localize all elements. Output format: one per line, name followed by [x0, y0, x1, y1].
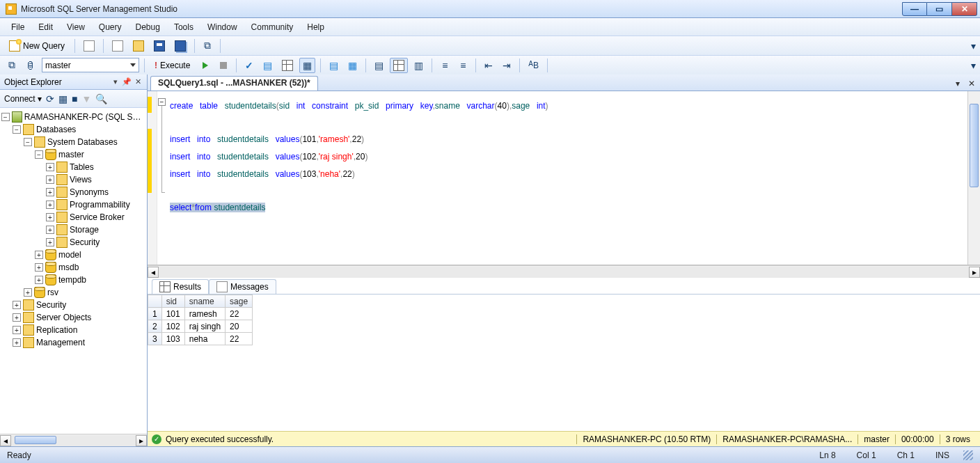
- tree-expander[interactable]: +: [13, 326, 21, 334]
- tree-db-rsv[interactable]: +rsv: [1, 286, 145, 299]
- tree-expander[interactable]: +: [46, 226, 54, 234]
- tree-expander[interactable]: −: [1, 113, 10, 121]
- outlining-margin[interactable]: −: [157, 91, 167, 265]
- tree-expander[interactable]: +: [46, 213, 54, 221]
- tree-expander[interactable]: +: [13, 338, 21, 347]
- pin-icon[interactable]: 📌: [122, 77, 132, 87]
- tree-db-msdb[interactable]: +msdb: [1, 261, 145, 274]
- close-icon[interactable]: ✕: [133, 77, 143, 87]
- menu-view[interactable]: View: [61, 20, 90, 34]
- grid-cell-sid[interactable]: 101: [161, 308, 184, 320]
- tree-server-management[interactable]: +Management: [1, 336, 145, 349]
- results-text-button[interactable]: ▤: [371, 58, 387, 73]
- grid-cell-sage[interactable]: 22: [226, 333, 253, 345]
- refresh-icon[interactable]: ⟳: [46, 93, 54, 104]
- collapse-toggle[interactable]: −: [158, 98, 166, 106]
- object-explorer-hscroll[interactable]: ◂ ▸: [0, 434, 147, 446]
- tree-expander[interactable]: +: [35, 251, 43, 259]
- results-file-button[interactable]: ▥: [411, 58, 427, 73]
- grid-col-sid[interactable]: sid: [161, 295, 184, 308]
- table-row[interactable]: 2102raj singh20: [148, 320, 253, 333]
- comment-button[interactable]: ≡: [437, 58, 452, 73]
- tree-expander[interactable]: +: [46, 175, 54, 184]
- grid-cell-sname[interactable]: neha: [184, 333, 225, 345]
- tree-expander[interactable]: +: [46, 238, 54, 246]
- include-actual-plan-button[interactable]: ▤: [326, 58, 342, 73]
- change-connection-button[interactable]: 🛢: [22, 58, 39, 73]
- results-grid-container[interactable]: sidsnamesage1101ramesh222102raj singh203…: [148, 295, 980, 431]
- tree-databases[interactable]: −Databases: [1, 123, 145, 136]
- uncomment-button[interactable]: ≡: [455, 58, 471, 73]
- new-query-button[interactable]: New Query: [4, 38, 70, 54]
- tree-server-replication[interactable]: +Replication: [1, 324, 145, 336]
- debug-button[interactable]: [198, 58, 213, 73]
- grid-cell-sname[interactable]: ramesh: [184, 308, 225, 320]
- decrease-indent-button[interactable]: ⇤: [481, 58, 496, 73]
- stop-icon[interactable]: ■: [72, 93, 77, 104]
- sql-editor[interactable]: create table studentdetails(sid int cons…: [167, 91, 967, 265]
- tree-master-synonyms[interactable]: +Synonyms: [1, 186, 145, 198]
- grid-cell-sage[interactable]: 20: [226, 320, 253, 333]
- scroll-left-arrow[interactable]: ◂: [148, 267, 159, 278]
- grid-col-sage[interactable]: sage: [226, 295, 253, 308]
- tree-master-programmability[interactable]: +Programmability: [1, 198, 145, 211]
- intellisense-button[interactable]: ▦: [299, 58, 315, 73]
- menu-community[interactable]: Community: [246, 20, 299, 34]
- increase-indent-button[interactable]: ⇥: [499, 58, 514, 73]
- menu-window[interactable]: Window: [202, 20, 243, 34]
- tree-master-security[interactable]: +Security: [1, 236, 145, 249]
- execute-button[interactable]: ! Execute: [150, 58, 195, 73]
- menu-debug[interactable]: Debug: [130, 20, 166, 34]
- save-button[interactable]: [150, 38, 168, 54]
- new-file-button[interactable]: [109, 38, 127, 54]
- grid-cell-sid[interactable]: 102: [161, 320, 184, 333]
- tree-server-server-objects[interactable]: +Server Objects: [1, 311, 145, 324]
- tree-expander[interactable]: +: [24, 288, 32, 297]
- editor-hscroll[interactable]: ◂ ▸: [148, 265, 980, 278]
- grid-rownum[interactable]: 3: [148, 333, 162, 345]
- tree-expander[interactable]: +: [35, 276, 43, 284]
- close-button[interactable]: ✕: [952, 2, 977, 16]
- save-all-button[interactable]: [171, 38, 189, 54]
- include-statistics-button[interactable]: ▦: [345, 58, 361, 73]
- activity-monitor-button[interactable]: ⧉: [200, 38, 215, 54]
- tree-master-tables[interactable]: +Tables: [1, 161, 145, 173]
- dropdown-icon[interactable]: ▾: [111, 77, 120, 87]
- results-grid[interactable]: sidsnamesage1101ramesh222102raj singh203…: [148, 295, 253, 345]
- document-tab[interactable]: SQLQuery1.sql - ...MASHANKER (52))*: [150, 76, 318, 91]
- scroll-right-arrow[interactable]: ▸: [136, 435, 147, 446]
- new-database-engine-query-button[interactable]: [80, 38, 98, 54]
- search-icon[interactable]: 🔍: [95, 93, 107, 104]
- tree-expander[interactable]: +: [46, 201, 54, 209]
- specify-values-button[interactable]: AB: [525, 58, 542, 73]
- tree-expander[interactable]: +: [13, 301, 21, 309]
- tree-db-tempdb[interactable]: +tempdb: [1, 274, 145, 286]
- scroll-left-arrow[interactable]: ◂: [0, 435, 11, 446]
- tree-db-model[interactable]: +model: [1, 249, 145, 261]
- menu-help[interactable]: Help: [301, 20, 330, 34]
- filter-icon[interactable]: ▼: [82, 93, 92, 104]
- available-databases-combo[interactable]: master: [42, 58, 139, 72]
- disconnect-icon[interactable]: ▦: [58, 93, 68, 104]
- tree-db-master[interactable]: −master: [1, 148, 145, 161]
- tree-server-security[interactable]: +Security: [1, 299, 145, 311]
- grid-corner[interactable]: [148, 295, 162, 308]
- registered-servers-button[interactable]: ⧉: [4, 58, 19, 73]
- grid-cell-sid[interactable]: 103: [161, 333, 184, 345]
- tree-master-storage[interactable]: +Storage: [1, 223, 145, 236]
- grid-rownum[interactable]: 2: [148, 320, 162, 333]
- table-row[interactable]: 3103neha22: [148, 333, 253, 345]
- tree-master-service-broker[interactable]: +Service Broker: [1, 211, 145, 223]
- close-document-button[interactable]: ✕: [966, 78, 977, 89]
- tree-master-views[interactable]: +Views: [1, 173, 145, 186]
- toolbar-overflow-icon[interactable]: ▾: [971, 60, 976, 71]
- results-tab[interactable]: Results: [152, 279, 209, 294]
- table-row[interactable]: 1101ramesh22: [148, 308, 253, 320]
- object-explorer-tree[interactable]: −RAMASHANKER-PC (SQL Server−Databases−Sy…: [0, 108, 147, 434]
- toolbar-overflow-icon[interactable]: ▾: [971, 40, 976, 52]
- connect-button[interactable]: Connect ▾: [4, 94, 42, 104]
- tree-server-root[interactable]: −RAMASHANKER-PC (SQL Server: [1, 111, 145, 123]
- grid-cell-sname[interactable]: raj singh: [184, 320, 225, 333]
- tree-expander[interactable]: −: [24, 138, 32, 146]
- estimated-plan-button[interactable]: ▤: [260, 58, 276, 73]
